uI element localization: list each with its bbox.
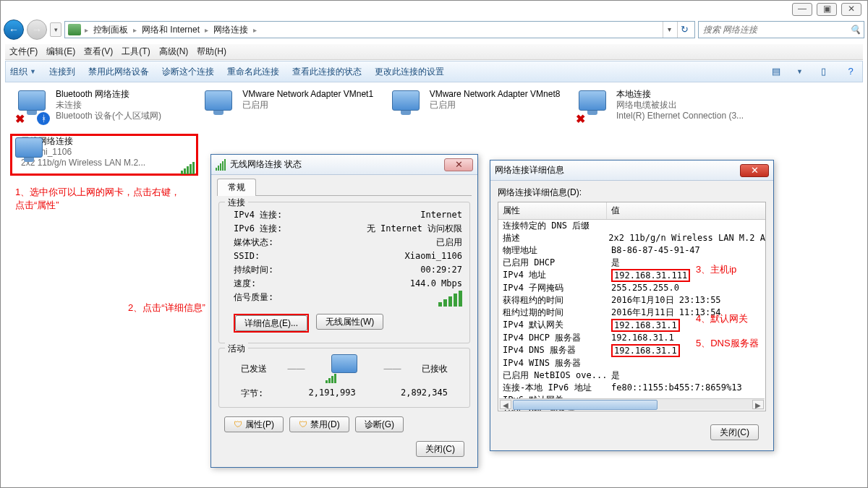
activity-group: 活动 已发送 —— —— 已接收 字节: 2,191,993 bbox=[218, 348, 470, 408]
adapter-icon bbox=[202, 89, 237, 124]
refresh-button[interactable]: ↻ bbox=[677, 22, 692, 38]
status-dialog-title-bar[interactable]: 无线网络连接 状态 ✕ bbox=[211, 155, 477, 175]
tile-sub: 网络电缆被拔出 bbox=[616, 100, 744, 111]
menu-tools[interactable]: 工具(T) bbox=[122, 46, 150, 58]
disable-button[interactable]: 🛡禁用(D) bbox=[289, 416, 349, 432]
details-button[interactable]: 详细信息(E)... bbox=[235, 315, 307, 331]
status-dialog-close-button[interactable]: ✕ bbox=[444, 158, 473, 171]
address-dropdown[interactable]: ▾ bbox=[663, 22, 676, 38]
cell-value bbox=[607, 220, 765, 232]
properties-button[interactable]: 🛡属性(P) bbox=[224, 416, 284, 432]
value: 00:29:27 bbox=[420, 263, 462, 277]
diagnose-button[interactable]: 诊断(G) bbox=[355, 416, 404, 432]
details-dialog: 网络连接详细信息 ✕ 网络连接详细信息(D): 属性 值 连接特定的 DNS 后… bbox=[490, 160, 774, 451]
menu-advanced[interactable]: 高级(N) bbox=[159, 46, 189, 58]
toolbar-rename[interactable]: 重命名此连接 bbox=[227, 66, 279, 78]
label: IPv6 连接: bbox=[234, 222, 282, 236]
preview-pane-icon[interactable]: ▯ bbox=[816, 66, 830, 77]
horizontal-scrollbar[interactable]: ◀ ▶ bbox=[499, 398, 765, 410]
cell-property: IPv4 子网掩码 bbox=[498, 282, 607, 294]
menu-edit[interactable]: 编辑(E) bbox=[46, 46, 75, 58]
status-tabs: 常规 bbox=[217, 178, 472, 196]
menu-view[interactable]: 查看(V) bbox=[84, 46, 113, 58]
cell-property: 已启用 NetBIOS ove... bbox=[498, 369, 607, 382]
wifi-properties-button[interactable]: 无线属性(W) bbox=[316, 314, 383, 330]
scroll-thumb[interactable] bbox=[513, 400, 658, 410]
connection-tile-local[interactable]: ✖ 本地连接 网络电缆被拔出 Intel(R) Ethernet Connect… bbox=[573, 87, 757, 128]
bytes-recv: 2,892,345 bbox=[401, 388, 448, 400]
address-bar[interactable]: ▸ 控制面板 ▸ 网络和 Internet ▸ 网络连接 ▸ ▾ ↻ bbox=[64, 21, 695, 38]
grid-row[interactable]: 获得租约的时间2016年1月10日 23:13:55 bbox=[498, 294, 765, 307]
disconnected-icon: ✖ bbox=[15, 112, 27, 124]
cell-property: 已启用 DHCP bbox=[498, 257, 607, 269]
details-button-highlight: 详细信息(E)... bbox=[234, 314, 309, 333]
connection-group: 连接 IPv4 连接:Internet IPv6 连接:无 Internet 访… bbox=[218, 202, 470, 343]
toolbar: 组织▼ 连接到 禁用此网络设备 诊断这个连接 重命名此连接 查看此连接的状态 更… bbox=[5, 61, 863, 82]
grid-row[interactable]: 已启用 NetBIOS ove...是 bbox=[498, 369, 765, 382]
tile-title: VMware Network Adapter VMnet1 bbox=[242, 89, 373, 100]
connection-tile-vmnet1[interactable]: VMware Network Adapter VMnet1 已启用 bbox=[199, 87, 383, 128]
forward-button[interactable]: → bbox=[27, 20, 47, 40]
address-icon bbox=[68, 24, 81, 35]
signal-icon bbox=[181, 162, 195, 174]
toolbar-connect[interactable]: 连接到 bbox=[49, 66, 75, 78]
crumb-1[interactable]: 网络和 Internet bbox=[140, 24, 201, 36]
view-mode-icon[interactable]: ▤ bbox=[769, 66, 783, 77]
menu-help[interactable]: 帮助(H) bbox=[197, 46, 226, 58]
grid-row[interactable]: IPv4 WINS 服务器 bbox=[498, 357, 765, 369]
toolbar-change[interactable]: 更改此连接的设置 bbox=[375, 66, 444, 78]
search-input[interactable] bbox=[702, 24, 850, 35]
search-box[interactable]: 🔍 bbox=[698, 21, 864, 38]
crumb-sep: ▸ bbox=[203, 26, 210, 34]
label: 媒体状态: bbox=[234, 236, 273, 249]
grid-row[interactable]: 连接特定的 DNS 后缀 bbox=[498, 220, 765, 232]
grid-row[interactable]: IPv4 子网掩码255.255.255.0 bbox=[498, 282, 765, 294]
crumb-2[interactable]: 网络连接 bbox=[212, 24, 250, 36]
status-dialog: 无线网络连接 状态 ✕ 常规 连接 IPv4 连接:Internet IPv6 … bbox=[210, 154, 478, 468]
toolbar-diagnose[interactable]: 诊断这个连接 bbox=[162, 66, 214, 78]
details-dialog-title-bar[interactable]: 网络连接详细信息 ✕ bbox=[490, 160, 773, 181]
details-close-button[interactable]: 关闭(C) bbox=[710, 424, 759, 440]
col-property[interactable]: 属性 bbox=[498, 202, 607, 219]
tab-general[interactable]: 常规 bbox=[217, 179, 256, 196]
toolbar-disable[interactable]: 禁用此网络设备 bbox=[88, 66, 149, 78]
toolbar-status[interactable]: 查看此连接的状态 bbox=[292, 66, 362, 78]
status-close-button[interactable]: 关闭(C) bbox=[416, 441, 464, 457]
crumb-0[interactable]: 控制面板 bbox=[92, 24, 129, 36]
cell-value: fe80::1155:b455:7:8659%13 bbox=[607, 382, 765, 394]
annotation-3: 3、主机ip bbox=[696, 263, 736, 276]
menu-file[interactable]: 文件(F) bbox=[9, 46, 38, 58]
grid-row[interactable]: 描述2x2 11b/g/n Wireless LAN M.2 A bbox=[498, 232, 765, 244]
view-mode-dropdown[interactable]: ▼ bbox=[796, 68, 803, 75]
back-button[interactable]: ← bbox=[4, 20, 24, 40]
details-dialog-close-button[interactable]: ✕ bbox=[740, 164, 769, 177]
cell-value: 255.255.255.0 bbox=[607, 282, 765, 294]
cell-value: 2016年1月10日 23:13:55 bbox=[607, 294, 765, 307]
help-icon[interactable]: ? bbox=[843, 66, 858, 77]
connection-tile-vmnet8[interactable]: VMware Network Adapter VMnet8 已启用 bbox=[386, 87, 571, 128]
tile-sub: 已启用 bbox=[242, 100, 373, 111]
highlighted-value: 192.168.31.1 bbox=[611, 344, 680, 357]
signal-icon bbox=[216, 159, 226, 171]
connection-tile-wireless-selected[interactable]: 无线网络连接 Xiaomi_1106 2x2 11b/g/n Wireless … bbox=[10, 134, 198, 176]
annotation-5: 5、DNS服务器 bbox=[696, 337, 759, 350]
nav-history-dropdown[interactable]: ▾ bbox=[50, 22, 61, 37]
cell-value: 是 bbox=[607, 369, 765, 382]
cell-value: 2x2 11b/g/n Wireless LAN M.2 A bbox=[604, 232, 765, 244]
cell-value: 是 bbox=[607, 257, 765, 269]
connection-tile-bluetooth[interactable]: ✖ ᚼ Bluetooth 网络连接 未连接 Bluetooth 设备(个人区域… bbox=[12, 87, 197, 128]
scroll-right-icon[interactable]: ▶ bbox=[752, 400, 764, 409]
bytes-label: 字节: bbox=[241, 388, 263, 400]
grid-row[interactable]: 连接-本地 IPv6 地址fe80::1155:b455:7:8659%13 bbox=[498, 382, 765, 394]
scroll-left-icon[interactable]: ◀ bbox=[500, 400, 511, 409]
maximize-button[interactable]: ▣ bbox=[817, 3, 837, 16]
details-grid[interactable]: 属性 值 连接特定的 DNS 后缀描述2x2 11b/g/n Wireless … bbox=[498, 202, 766, 411]
cell-property: IPv4 DNS 服务器 bbox=[498, 344, 607, 357]
close-button[interactable]: ✕ bbox=[841, 3, 861, 16]
toolbar-organize[interactable]: 组织▼ bbox=[10, 66, 36, 78]
col-value[interactable]: 值 bbox=[607, 202, 765, 219]
cell-value: 192.168.31.111 bbox=[607, 269, 765, 282]
minimize-button[interactable]: — bbox=[792, 3, 812, 16]
grid-row[interactable]: 物理地址B8-86-87-45-91-47 bbox=[498, 244, 765, 257]
cell-property: 获得租约的时间 bbox=[498, 294, 607, 307]
